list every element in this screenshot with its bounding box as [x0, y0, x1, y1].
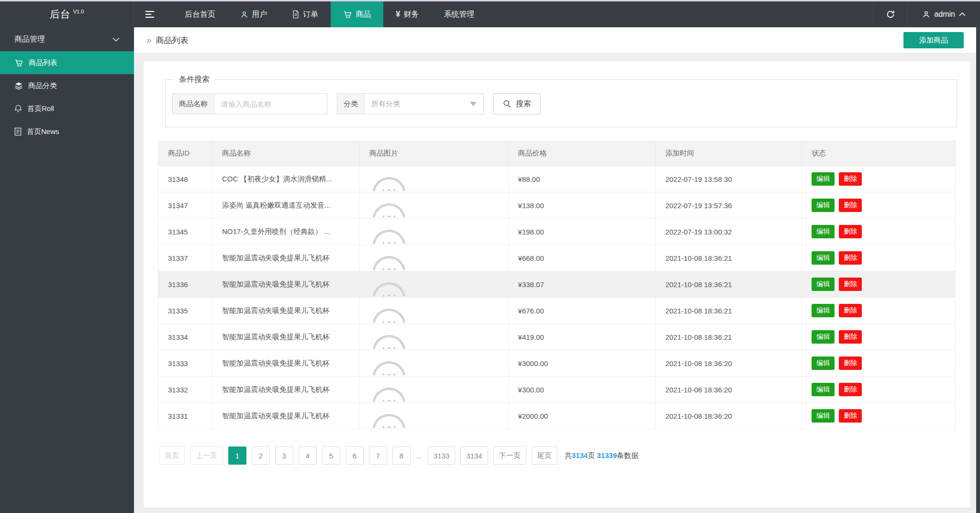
delete-button[interactable]: 删除 [839, 383, 862, 396]
total-records: 31339 [597, 451, 617, 459]
goods-name-cell: 智能加温震动夹吸免提果儿飞机杯 [212, 377, 359, 403]
goods-price-cell: ¥2000.00 [508, 403, 656, 429]
pagination-item[interactable]: 2 [252, 446, 270, 465]
delete-button[interactable]: 删除 [839, 357, 862, 370]
edit-button[interactable]: 编辑 [812, 199, 835, 212]
topbar-right: admin [873, 1, 980, 27]
goods-time-cell: 2022-07-19 13:00:32 [656, 219, 802, 245]
pagination-item[interactable]: 下一页 [493, 446, 526, 465]
nav-item-label: 系统管理 [444, 10, 474, 20]
delete-button[interactable]: 删除 [839, 409, 862, 423]
pagination-item[interactable]: 4 [299, 446, 317, 465]
broken-image-placeholder [369, 221, 409, 245]
pagination-item[interactable]: 尾页 [532, 446, 557, 465]
broken-image-placeholder [369, 273, 409, 297]
delete-button[interactable]: 删除 [839, 225, 862, 238]
goods-name-input[interactable] [214, 94, 327, 114]
category-selected-value: 所有分类 [371, 100, 400, 109]
goods-image-cell [359, 192, 508, 219]
top-nav: 后台首页用户订单商品¥财务系统管理 [172, 1, 487, 27]
delete-button[interactable]: 删除 [839, 304, 862, 317]
delete-button[interactable]: 删除 [839, 251, 862, 265]
delete-button[interactable]: 删除 [839, 278, 862, 291]
pagination-ellipsis: ... [416, 446, 423, 465]
edit-button[interactable]: 编辑 [812, 383, 835, 396]
goods-time-cell: 2021-10-08 18:36:20 [656, 403, 802, 429]
edit-button[interactable]: 编辑 [812, 278, 835, 291]
edit-button[interactable]: 编辑 [812, 304, 835, 317]
edit-button[interactable]: 编辑 [812, 225, 835, 238]
table-row: 31336智能加温震动夹吸免提果儿飞机杯¥338.072021-10-08 18… [158, 271, 956, 298]
goods-name-cell: COC 【初夜少女】滴水润滑锁精... [212, 166, 359, 192]
search-button[interactable]: 搜索 [493, 93, 541, 114]
pagination-item[interactable]: 7 [369, 446, 387, 465]
pagination-item[interactable]: 8 [392, 446, 411, 465]
column-header: 添加时间 [656, 141, 802, 166]
goods-id-cell: 31348 [158, 166, 212, 192]
user-icon [240, 11, 248, 19]
nav-item-goods[interactable]: 商品 [331, 1, 383, 27]
delete-button[interactable]: 删除 [839, 172, 862, 186]
admin-dropdown[interactable]: admin [908, 1, 980, 27]
goods-price-cell: ¥3000.00 [508, 350, 656, 377]
nav-item-system[interactable]: 系统管理 [431, 1, 487, 27]
edit-button[interactable]: 编辑 [812, 172, 835, 186]
pagination-item[interactable]: 首页 [159, 446, 185, 465]
goods-id-cell: 31347 [158, 192, 212, 219]
pagination-item[interactable]: 5 [322, 446, 340, 465]
goods-time-cell: 2021-10-08 18:36:21 [656, 271, 802, 298]
edit-button[interactable]: 编辑 [812, 330, 835, 344]
goods-price-cell: ¥419.00 [508, 324, 656, 350]
pagination-item[interactable]: 3134 [460, 446, 488, 465]
add-goods-button[interactable]: 添加商品 [903, 32, 964, 48]
pagination-item[interactable]: 3 [275, 446, 293, 465]
goods-name-label: 商品名称 [173, 94, 214, 114]
pagination-item[interactable]: 1 [228, 446, 246, 465]
edit-button[interactable]: 编辑 [812, 251, 835, 265]
refresh-icon[interactable] [873, 1, 908, 27]
edit-button[interactable]: 编辑 [812, 409, 835, 423]
goods-id-cell: 31345 [158, 219, 212, 245]
content-card: 条件搜索 商品名称 分类 所有分类 搜 [144, 61, 970, 508]
goods-time-cell: 2021-10-08 18:36:20 [656, 377, 802, 403]
goods-image-cell [359, 403, 508, 429]
column-header: 商品图片 [359, 141, 508, 166]
sidebar-item-goods-category[interactable]: 商品分类 [0, 74, 134, 97]
sidebar-item-goods-list[interactable]: 商品列表 [0, 51, 134, 74]
goods-table: 商品ID商品名称商品图片商品价格添加时间状态 31348COC 【初夜少女】滴水… [158, 141, 956, 429]
pagination-item[interactable]: 上一页 [190, 446, 223, 465]
nav-item-users[interactable]: 用户 [228, 1, 279, 27]
goods-status-cell: 编辑删除 [802, 219, 956, 245]
nav-item-home[interactable]: 后台首页 [172, 1, 228, 27]
scrollbar-track[interactable] [976, 27, 980, 513]
table-row: 31345NO17-久皇外用喷剂（经典款） ...¥198.002022-07-… [158, 219, 956, 245]
goods-status-cell: 编辑删除 [802, 245, 956, 271]
sidebar-group-goods[interactable]: 商品管理 [0, 27, 134, 51]
goods-status-cell: 编辑删除 [802, 192, 956, 219]
goods-name-cell: 智能加温震动夹吸免提果儿飞机杯 [212, 245, 359, 271]
table-header-row: 商品ID商品名称商品图片商品价格添加时间状态 [158, 141, 956, 166]
app-version: V1.0 [73, 9, 84, 14]
menu-toggle-icon[interactable] [134, 1, 166, 27]
goods-time-cell: 2021-10-08 18:36:20 [656, 350, 802, 377]
pagination-item[interactable]: 3133 [428, 446, 455, 465]
goods-image-cell [359, 271, 508, 298]
sidebar-item-home-news[interactable]: 首页News [0, 120, 134, 143]
pagination-item[interactable]: 6 [345, 446, 364, 465]
nav-item-orders[interactable]: 订单 [279, 1, 331, 27]
yen-icon: ¥ [396, 10, 400, 19]
category-label: 分类 [337, 94, 365, 114]
app-logo-text: 后台 [50, 8, 71, 21]
sidebar-item-label: 首页News [27, 127, 59, 136]
table-row: 31348COC 【初夜少女】滴水润滑锁精...¥88.002022-07-19… [158, 166, 956, 192]
nav-item-label: 商品 [356, 10, 371, 20]
goods-id-cell: 31335 [158, 298, 212, 324]
select-arrow-icon [470, 102, 477, 106]
nav-item-finance[interactable]: ¥财务 [383, 1, 431, 27]
delete-button[interactable]: 删除 [839, 199, 862, 212]
sidebar-item-home-roll[interactable]: 首页Roll [0, 97, 134, 120]
edit-button[interactable]: 编辑 [812, 357, 835, 370]
delete-button[interactable]: 删除 [839, 330, 862, 344]
app-logo: 后台 V1.0 [0, 1, 134, 27]
category-select[interactable]: 所有分类 [365, 94, 483, 114]
